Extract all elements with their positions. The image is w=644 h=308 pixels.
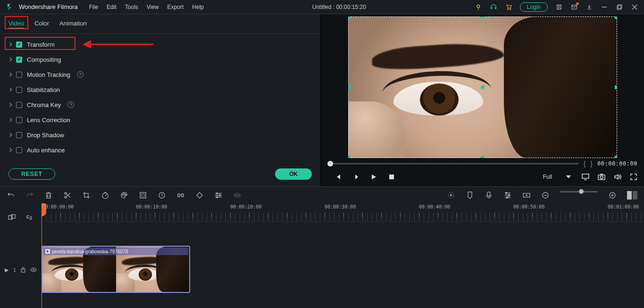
menu-export[interactable]: Export bbox=[167, 4, 184, 10]
menu-tools[interactable]: Tools bbox=[125, 4, 138, 10]
speed-ramp-icon[interactable] bbox=[158, 191, 166, 200]
step-back-button[interactable] bbox=[352, 173, 360, 181]
view-mode-toggle[interactable] bbox=[627, 191, 637, 200]
motion-track-icon[interactable] bbox=[176, 191, 185, 200]
tab-video[interactable]: Video bbox=[8, 19, 24, 29]
ok-button[interactable]: OK bbox=[275, 168, 312, 180]
keyframe-icon[interactable] bbox=[195, 191, 204, 200]
link-icon[interactable] bbox=[25, 213, 33, 222]
preview-canvas[interactable] bbox=[325, 16, 640, 158]
preview-frame[interactable] bbox=[348, 17, 617, 158]
seek-knob[interactable] bbox=[327, 161, 333, 166]
voiceover-icon[interactable] bbox=[485, 191, 493, 200]
menu-edit[interactable]: Edit bbox=[107, 4, 117, 10]
fullscreen-icon[interactable] bbox=[630, 173, 637, 181]
section-compositing[interactable]: Compositing bbox=[0, 52, 320, 67]
match-frame-icon[interactable] bbox=[8, 213, 16, 222]
cart-icon[interactable] bbox=[505, 3, 512, 11]
tab-animation[interactable]: Animation bbox=[59, 19, 87, 29]
window-minimize-icon[interactable] bbox=[601, 3, 608, 11]
color-icon[interactable] bbox=[120, 191, 128, 200]
help-icon[interactable]: ? bbox=[77, 71, 84, 78]
split-icon[interactable] bbox=[63, 191, 72, 200]
track-area: pexels-karolina-grabowska-7976078 bbox=[42, 222, 644, 308]
green-screen-icon[interactable] bbox=[139, 191, 147, 200]
crop-icon[interactable] bbox=[82, 191, 91, 200]
handle-top-left[interactable] bbox=[348, 17, 351, 19]
window-maximize-icon[interactable] bbox=[616, 3, 623, 11]
add-track-icon[interactable] bbox=[522, 191, 531, 200]
preview-quality-select[interactable]: Full bbox=[541, 172, 573, 182]
marker-icon[interactable] bbox=[466, 191, 474, 200]
handle-bottom-right[interactable] bbox=[615, 156, 617, 158]
video-track[interactable]: pexels-karolina-grabowska-7976078 bbox=[42, 246, 644, 293]
prev-frame-button[interactable] bbox=[334, 173, 342, 181]
seek-track[interactable] bbox=[327, 163, 579, 165]
zoom-knob[interactable] bbox=[579, 189, 584, 194]
checkbox-drop-shadow[interactable] bbox=[16, 132, 22, 138]
section-chroma-key[interactable]: Chroma Key ? bbox=[0, 97, 320, 112]
message-icon[interactable] bbox=[570, 3, 578, 11]
tips-icon[interactable] bbox=[475, 3, 482, 11]
display-icon[interactable] bbox=[582, 173, 589, 181]
speed-icon[interactable] bbox=[101, 191, 109, 200]
preview-panel: { } 00:00:00:00 Full bbox=[321, 14, 644, 186]
checkbox-compositing[interactable] bbox=[16, 57, 22, 63]
section-drop-shadow[interactable]: Drop Shadow bbox=[0, 127, 320, 142]
support-icon[interactable] bbox=[490, 3, 497, 11]
section-transform[interactable]: Transform bbox=[0, 37, 320, 52]
transform-selection-box[interactable] bbox=[348, 17, 617, 158]
section-auto-enhance[interactable]: Auto enhance bbox=[0, 142, 320, 158]
checkbox-motion-tracking[interactable] bbox=[16, 72, 22, 78]
checkbox-chroma-key[interactable] bbox=[16, 102, 22, 108]
lock-icon[interactable] bbox=[21, 267, 25, 273]
mark-out-icon[interactable]: } bbox=[590, 160, 593, 167]
save-icon[interactable] bbox=[555, 3, 563, 11]
snapshot-icon[interactable] bbox=[598, 173, 605, 181]
handle-mid-left[interactable] bbox=[348, 85, 351, 89]
audio-icon[interactable] bbox=[233, 191, 242, 200]
download-icon[interactable] bbox=[585, 3, 593, 11]
play-button[interactable] bbox=[370, 173, 377, 181]
svg-rect-6 bbox=[618, 5, 622, 8]
zoom-out-icon[interactable] bbox=[541, 191, 550, 200]
handle-top-right[interactable] bbox=[615, 17, 617, 19]
adjust-icon[interactable] bbox=[214, 191, 223, 200]
svg-rect-3 bbox=[557, 5, 561, 9]
help-icon[interactable]: ? bbox=[67, 101, 74, 108]
eye-icon[interactable] bbox=[30, 267, 37, 272]
menu-view[interactable]: View bbox=[147, 4, 159, 10]
section-motion-tracking[interactable]: Motion Tracking ? bbox=[0, 67, 320, 82]
section-lens-correction[interactable]: Lens Correction bbox=[0, 112, 320, 127]
checkbox-lens-correction[interactable] bbox=[16, 117, 22, 123]
handle-bottom-left[interactable] bbox=[348, 156, 351, 158]
tab-color[interactable]: Color bbox=[34, 19, 49, 29]
handle-center[interactable] bbox=[481, 85, 485, 89]
mixer-icon[interactable] bbox=[503, 191, 512, 200]
redo-icon[interactable] bbox=[25, 191, 34, 200]
menu-file[interactable]: File bbox=[89, 4, 98, 10]
handle-mid-right[interactable] bbox=[615, 85, 617, 89]
volume-icon[interactable] bbox=[614, 173, 621, 181]
menu-help[interactable]: Help bbox=[192, 4, 204, 10]
timeline-ruler[interactable]: 00:00:00:00 00:00:10:00 00:00:20:00 00:0… bbox=[42, 203, 644, 222]
handle-bottom-mid[interactable] bbox=[481, 156, 485, 158]
section-label: Transform bbox=[27, 41, 55, 48]
checkbox-transform[interactable] bbox=[16, 42, 22, 48]
handle-top-mid[interactable] bbox=[481, 17, 485, 19]
zoom-in-icon[interactable] bbox=[608, 191, 617, 200]
reset-button[interactable]: RESET bbox=[8, 168, 55, 180]
stop-button[interactable] bbox=[388, 173, 395, 181]
delete-icon[interactable] bbox=[44, 191, 53, 200]
render-icon[interactable] bbox=[447, 191, 455, 200]
section-stabilization[interactable]: Stabilization bbox=[0, 82, 320, 97]
checkbox-stabilization[interactable] bbox=[16, 87, 22, 93]
zoom-slider[interactable] bbox=[560, 191, 598, 192]
window-close-icon[interactable] bbox=[631, 3, 638, 11]
undo-icon[interactable] bbox=[7, 191, 15, 200]
login-button[interactable]: Login bbox=[520, 2, 548, 12]
timeline-tracks[interactable]: 00:00:00:00 00:00:10:00 00:00:20:00 00:0… bbox=[42, 203, 644, 308]
mark-in-icon[interactable]: { bbox=[584, 160, 586, 167]
video-clip[interactable]: pexels-karolina-grabowska-7976078 bbox=[42, 246, 190, 293]
checkbox-auto-enhance[interactable] bbox=[16, 147, 22, 153]
